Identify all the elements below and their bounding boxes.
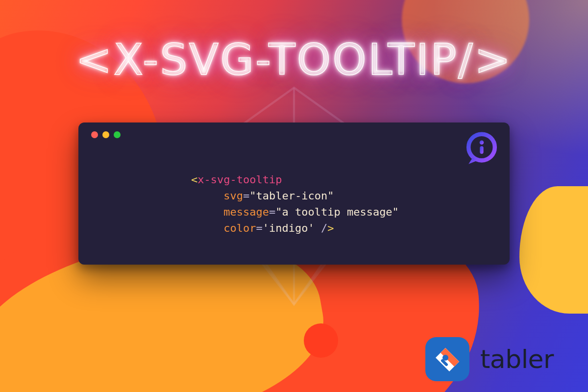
window-traffic-lights: [91, 131, 497, 138]
info-bubble-icon: [463, 129, 501, 168]
code-attr: message: [223, 206, 269, 218]
window-minimize-icon[interactable]: [102, 131, 109, 138]
bg-circle-accent: [304, 323, 338, 358]
code-snippet: <x-svg-tooltip svg="tabler-icon" message…: [191, 172, 399, 236]
code-attr: color: [223, 222, 256, 234]
window-close-icon[interactable]: [91, 131, 98, 138]
svg-rect-2: [480, 146, 483, 154]
bg-blob-yellow: [519, 186, 588, 314]
page-title: <X-SVG-TOOLTIP/>: [0, 34, 588, 85]
code-value: "a tooltip message": [275, 206, 399, 218]
brand-footer: tabler: [425, 337, 554, 381]
tabler-logo-icon: [425, 337, 469, 381]
brand-name: tabler: [480, 344, 554, 374]
code-value: "tabler-icon": [249, 190, 334, 202]
code-window: <x-svg-tooltip svg="tabler-icon" message…: [78, 122, 510, 265]
code-value: 'indigo': [263, 222, 315, 234]
svg-point-1: [480, 141, 484, 145]
code-tag: x-svg-tooltip: [197, 173, 282, 186]
window-zoom-icon[interactable]: [114, 131, 121, 138]
code-attr: svg: [223, 190, 243, 202]
